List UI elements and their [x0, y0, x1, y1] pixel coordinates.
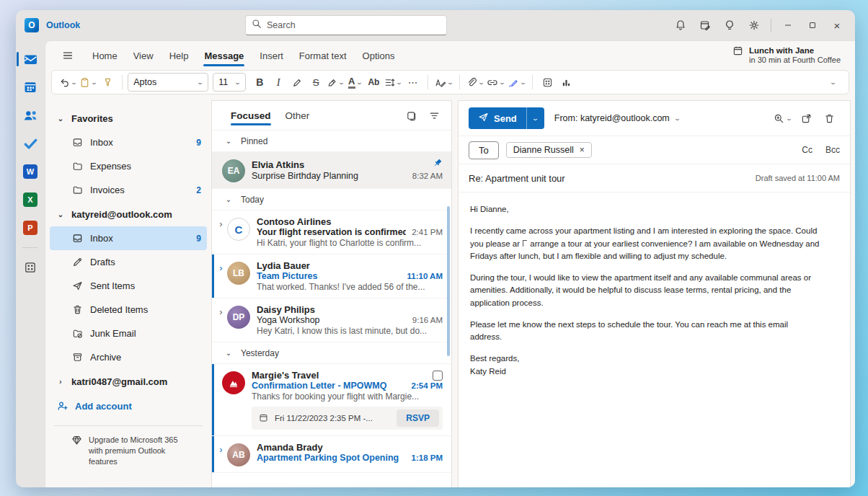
tab-format-text[interactable]: Format text [291, 41, 355, 70]
excel-icon[interactable]: X [22, 191, 39, 208]
popout-icon[interactable] [795, 108, 817, 128]
tab-message[interactable]: Message [196, 41, 252, 70]
expand-conversation-icon[interactable]: › [215, 442, 227, 466]
font-size-select[interactable]: 11⌄ [213, 73, 246, 92]
outlook-account-header[interactable]: ⌄ katyreid@outlook.com [50, 202, 207, 226]
filter-icon[interactable] [424, 105, 444, 125]
minimize-icon[interactable] [776, 14, 800, 36]
send-later-icon[interactable] [693, 14, 717, 36]
sidebar-item-inbox-favorite[interactable]: Inbox 9 [50, 130, 207, 154]
select-message-checkbox[interactable] [433, 371, 443, 381]
sidebar-item-junk-email[interactable]: Junk Email [50, 322, 207, 345]
tab-help[interactable]: Help [161, 41, 197, 70]
settings-gear-icon[interactable] [742, 14, 766, 36]
sidebar-item-deleted-items[interactable]: Deleted Items [50, 298, 207, 322]
font-name-select[interactable]: Aptos⌄ [128, 73, 208, 92]
todo-check-icon[interactable] [22, 135, 39, 152]
sidebar-item-inbox[interactable]: Inbox 9 [50, 226, 207, 250]
sidebar-item-expenses[interactable]: Expenses [50, 154, 207, 178]
tab-home[interactable]: Home [84, 41, 125, 70]
message-row-elvia[interactable]: EA Elvia Atkins Surprise Birthday Planni… [212, 152, 451, 189]
paste-icon[interactable]: ⌄ [78, 73, 98, 92]
select-view-icon[interactable] [401, 105, 421, 125]
more-apps-icon[interactable] [22, 259, 39, 276]
signature-icon[interactable]: ⌄ [506, 73, 527, 92]
from-selector[interactable]: From: katyreid@outlook.com ⌄ [554, 113, 680, 123]
maximize-icon[interactable] [800, 14, 825, 36]
format-painter-icon[interactable] [98, 73, 117, 92]
tab-options[interactable]: Options [355, 41, 403, 70]
bold-icon[interactable]: B [250, 73, 269, 92]
message-row-amanda[interactable]: › AB Amanda Brady Apartment Parking Spot… [212, 436, 451, 473]
insert-chart-icon[interactable] [557, 73, 575, 92]
italic-icon[interactable]: I [269, 73, 288, 92]
tab-focused[interactable]: Focused [231, 101, 271, 130]
word-icon[interactable]: W [22, 163, 39, 180]
message-row-margies-travel[interactable]: Margie's Travel Confirmation Letter - MP… [212, 364, 451, 436]
search-box[interactable] [245, 15, 447, 35]
underline-pen-icon[interactable] [288, 73, 306, 92]
meeting-reminder[interactable]: Lunch with Jane in 30 min at Fourth Coff… [728, 43, 845, 68]
message-row-daisy[interactable]: › DP Daisy Philips Yoga Workshop 9:16 AM… [212, 298, 451, 342]
tab-insert[interactable]: Insert [252, 41, 291, 70]
font-color-icon[interactable]: A⌄ [345, 73, 364, 92]
people-icon[interactable] [22, 107, 39, 124]
favorites-header[interactable]: ⌄ Favorites [50, 106, 207, 130]
bcc-button[interactable]: Bcc [825, 145, 840, 155]
message-row-contoso[interactable]: › C Contoso Airlines Your flight reserva… [212, 211, 451, 254]
close-icon[interactable]: × [825, 14, 849, 36]
calendar-icon[interactable] [22, 79, 39, 96]
zoom-icon[interactable]: ⌄ [772, 108, 794, 128]
sidebar-item-sent-items[interactable]: Sent Items [50, 274, 207, 298]
account-label: katyreid@outlook.com [71, 209, 172, 220]
group-header-pinned[interactable]: ⌄ Pinned [212, 130, 451, 152]
change-case-icon[interactable]: Ab [364, 73, 383, 92]
trash-icon [71, 304, 84, 315]
gmail-account-header[interactable]: › katri0487@gmail.com [50, 369, 207, 394]
rsvp-button[interactable]: RSVP [397, 409, 439, 427]
junk-folder-icon [71, 328, 84, 339]
sidebar-item-archive[interactable]: Archive [50, 345, 207, 369]
undo-icon[interactable]: ⌄ [58, 73, 78, 92]
notifications-bell-icon[interactable] [668, 14, 693, 36]
collapse-toolbar-icon[interactable]: ⌄ [824, 73, 843, 92]
upgrade-promo[interactable]: Upgrade to Microsoft 365 with premium Ou… [50, 435, 207, 467]
hamburger-icon[interactable] [57, 45, 79, 66]
apps-icon[interactable] [538, 73, 557, 92]
mail-icon[interactable] [22, 50, 39, 68]
to-button[interactable]: To [469, 141, 499, 159]
sidebar-item-invoices[interactable]: Invoices 2 [50, 178, 207, 202]
send-options-chevron[interactable]: ⌄ [526, 107, 544, 129]
tab-other[interactable]: Other [285, 101, 310, 130]
powerpoint-icon[interactable]: P [22, 219, 39, 236]
expand-conversation-icon[interactable]: › [215, 260, 227, 292]
pin-icon[interactable] [433, 158, 443, 171]
message-subject: Confirmation Letter - MPOWMQ [252, 381, 406, 391]
highlight-icon[interactable]: ⌄ [325, 73, 345, 92]
strikethrough-icon[interactable]: S [306, 73, 325, 92]
recipient-pill[interactable]: Dianne Russell × [506, 142, 592, 158]
group-header-today[interactable]: ⌄ Today [212, 189, 451, 211]
message-body-editor[interactable]: Hi Dianne, I recently came across your a… [459, 192, 850, 487]
subject-input[interactable]: Re: Apartment unit tour [469, 173, 748, 184]
cc-button[interactable]: Cc [802, 145, 812, 155]
add-account-button[interactable]: Add account [50, 394, 207, 418]
search-input[interactable] [267, 20, 440, 30]
tab-view[interactable]: View [125, 41, 161, 70]
editor-icon[interactable]: ⌄ [433, 73, 454, 92]
folder-icon [71, 161, 84, 172]
list-scrollbar-thumb[interactable] [447, 206, 450, 356]
expand-conversation-icon[interactable]: › [215, 216, 227, 248]
send-button[interactable]: Send ⌄ [469, 107, 544, 129]
group-header-yesterday[interactable]: ⌄ Yesterday [212, 342, 451, 364]
expand-conversation-icon[interactable]: › [215, 304, 227, 336]
discard-trash-icon[interactable] [818, 108, 840, 128]
message-row-lydia[interactable]: › LB Lydia Bauer Team Pictures 11:10 AM … [212, 254, 451, 298]
remove-recipient-icon[interactable]: × [580, 145, 585, 155]
tips-lightbulb-icon[interactable] [717, 14, 742, 36]
sidebar-item-drafts[interactable]: Drafts [50, 250, 207, 274]
line-spacing-icon[interactable]: ⌄ [383, 73, 403, 92]
more-formatting-icon[interactable]: ⋯ [404, 73, 422, 92]
insert-link-icon[interactable]: ⌄ [485, 73, 506, 92]
attach-file-icon[interactable]: ⌄ [465, 73, 485, 92]
